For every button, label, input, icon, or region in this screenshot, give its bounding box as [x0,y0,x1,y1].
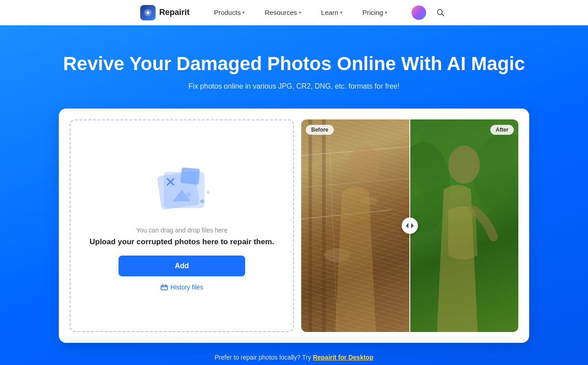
chevron-down-icon: ▾ [242,10,245,15]
svg-marker-29 [411,223,414,228]
before-label: Before [306,125,334,135]
nav-learn[interactable]: Learn ▾ [318,7,345,18]
navbar: Repairit Products ▾ Resources ▾ Learn ▾ … [0,0,588,25]
footer-link[interactable]: Repairit for Desktop [313,354,374,361]
svg-point-8 [200,199,204,203]
nav-resources-label: Resources [265,9,297,16]
logo[interactable]: Repairit [140,5,190,20]
svg-rect-12 [161,285,167,290]
logo-text: Repairit [159,8,190,17]
nav-products-label: Products [214,9,241,16]
hero-subtitle: Fix photos online in various JPG, CR2, D… [9,82,579,90]
before-after-handle[interactable] [402,218,418,234]
chevron-down-icon: ▾ [385,10,387,15]
svg-rect-5 [180,167,200,185]
svg-point-9 [207,191,209,194]
nav-learn-label: Learn [321,9,338,16]
before-panel: Before [301,119,410,332]
history-icon [161,284,168,290]
footer-text: Prefer to repair photos locally? Try Rep… [9,354,579,361]
hero-title: Revive Your Damaged Photos Online With A… [9,52,579,75]
upload-area[interactable]: You can drag and drop files here Upload … [70,119,294,332]
logo-icon [140,5,156,20]
svg-point-27 [448,146,480,184]
history-link[interactable]: History files [161,284,203,291]
svg-rect-23 [346,309,369,332]
svg-marker-28 [406,223,408,228]
hero-section: Revive Your Damaged Photos Online With A… [0,25,588,365]
nav-pricing-label: Pricing [362,9,383,16]
add-button[interactable]: Add [119,256,245,276]
upload-label: Upload your corrupted photos here to rep… [90,237,274,246]
svg-line-2 [442,14,444,16]
svg-point-22 [349,146,380,184]
drag-hint: You can drag and drop files here [136,227,228,234]
nav-pricing[interactable]: Pricing ▾ [360,7,390,18]
after-label: After [490,125,514,135]
svg-point-11 [186,192,191,197]
upload-illustration [141,161,223,219]
nav-products[interactable]: Products ▾ [211,7,247,18]
avatar[interactable] [412,5,426,20]
main-card: You can drag and drop files here Upload … [59,109,529,343]
footer-static-text: Prefer to repair photos locally? Try [215,354,313,361]
chevron-down-icon: ▾ [299,10,301,15]
nav-resources[interactable]: Resources ▾ [262,7,304,18]
chevron-down-icon: ▾ [340,10,342,15]
before-after-panel: Before [301,119,518,332]
history-label: History files [171,284,203,291]
search-icon[interactable] [433,5,448,20]
after-panel: After [410,119,518,332]
